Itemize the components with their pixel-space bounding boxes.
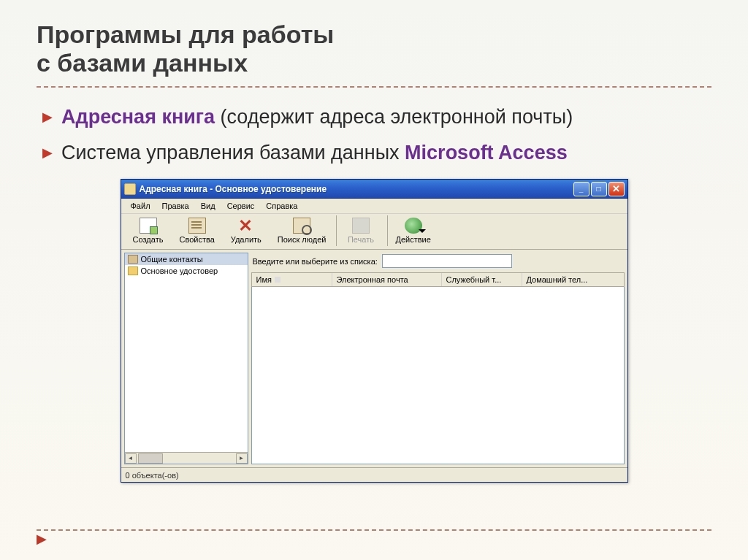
bullet-2-prefix: Система управления базами данных xyxy=(61,142,405,164)
menu-edit[interactable]: Правка xyxy=(157,200,194,212)
maximize-button[interactable]: □ xyxy=(591,182,607,196)
footer-arrow-icon: ▶ xyxy=(37,531,47,547)
contacts-list[interactable] xyxy=(251,287,625,464)
props-label: Свойства xyxy=(180,235,215,244)
menu-tools[interactable]: Сервис xyxy=(222,200,260,212)
create-button[interactable]: Создать xyxy=(124,215,172,246)
delete-icon xyxy=(237,218,255,234)
column-email[interactable]: Электронная почта xyxy=(332,273,442,286)
bullet-1-rest: (содержит адреса электронной почты) xyxy=(215,106,573,128)
menubar: Файл Правка Вид Сервис Справка xyxy=(121,199,627,214)
bullet-marker-icon: ▶ xyxy=(42,144,53,161)
app-icon xyxy=(124,183,136,195)
bullet-list: ▶ Адресная книга (содержит адреса электр… xyxy=(37,104,711,166)
column-home-phone[interactable]: Домашний тел... xyxy=(522,273,624,286)
properties-button[interactable]: Свойства xyxy=(172,215,222,246)
tree-item-main-identity[interactable]: Основное удостовер xyxy=(125,265,248,277)
title-line1: Программы для работы xyxy=(37,20,334,48)
search-prompt: Введите или выберите из списка: xyxy=(253,257,378,266)
create-label: Создать xyxy=(133,235,164,244)
search-people-icon xyxy=(293,218,310,234)
delete-button[interactable]: Удалить xyxy=(222,215,270,246)
minimize-button[interactable]: _ xyxy=(573,182,589,196)
bullet-marker-icon: ▶ xyxy=(42,108,53,126)
action-label: Действие xyxy=(395,235,430,244)
window-title: Адресная книга - Основное удостоверение xyxy=(140,184,573,194)
new-card-icon xyxy=(140,218,157,234)
footer-divider xyxy=(37,529,711,531)
statusbar: 0 объекта(-ов) xyxy=(121,467,627,482)
delete-label: Удалить xyxy=(231,235,262,244)
find-people-button[interactable]: Поиск людей xyxy=(270,215,334,246)
tree-item-label: Общие контакты xyxy=(141,255,203,264)
scroll-left-button[interactable]: ◄ xyxy=(125,453,137,464)
folder-tree-pane[interactable]: Общие контакты Основное удостовер ◄ ► xyxy=(124,253,248,464)
menu-file[interactable]: Файл xyxy=(126,200,156,212)
tree-item-label: Основное удостовер xyxy=(141,266,218,275)
search-label: Поиск людей xyxy=(278,235,327,244)
menu-view[interactable]: Вид xyxy=(196,200,221,212)
properties-icon xyxy=(188,218,206,234)
address-book-icon xyxy=(128,255,138,264)
tree-item-shared-contacts[interactable]: Общие контакты xyxy=(125,253,248,265)
search-input[interactable] xyxy=(382,254,512,268)
close-button[interactable]: ✕ xyxy=(608,182,625,196)
scroll-right-button[interactable]: ► xyxy=(236,453,248,464)
sort-indicator-icon xyxy=(275,277,280,283)
action-button[interactable]: Действие xyxy=(387,215,438,246)
bullet-1-highlight: Адресная книга xyxy=(61,106,215,128)
horizontal-scrollbar[interactable]: ◄ ► xyxy=(125,452,248,464)
column-name[interactable]: Имя xyxy=(252,273,332,286)
scroll-thumb[interactable] xyxy=(138,453,163,464)
print-icon xyxy=(352,218,370,234)
bullet-2-highlight: Microsoft Access xyxy=(405,142,568,164)
toolbar: Создать Свойства Удалить Поиск людей Печ… xyxy=(121,214,627,250)
search-row: Введите или выберите из списка: xyxy=(251,253,625,272)
slide-title: Программы для работы с базами данных xyxy=(37,20,711,77)
print-button[interactable]: Печать xyxy=(336,215,384,246)
title-divider xyxy=(37,86,711,88)
print-label: Печать xyxy=(348,235,374,244)
list-header: Имя Электронная почта Служебный т... Дом… xyxy=(251,272,625,287)
status-text: 0 объекта(-ов) xyxy=(126,471,179,480)
globe-action-icon xyxy=(405,218,422,234)
column-work-phone[interactable]: Служебный т... xyxy=(442,273,522,286)
bullet-1: ▶ Адресная книга (содержит адреса электр… xyxy=(42,104,711,130)
menu-help[interactable]: Справка xyxy=(261,200,302,212)
titlebar[interactable]: Адресная книга - Основное удостоверение … xyxy=(121,180,627,199)
title-line2: с базами данных xyxy=(37,49,248,77)
bullet-2: ▶ Система управления базами данных Micro… xyxy=(42,139,711,166)
folder-icon xyxy=(128,266,138,275)
address-book-window: Адресная книга - Основное удостоверение … xyxy=(121,179,628,483)
